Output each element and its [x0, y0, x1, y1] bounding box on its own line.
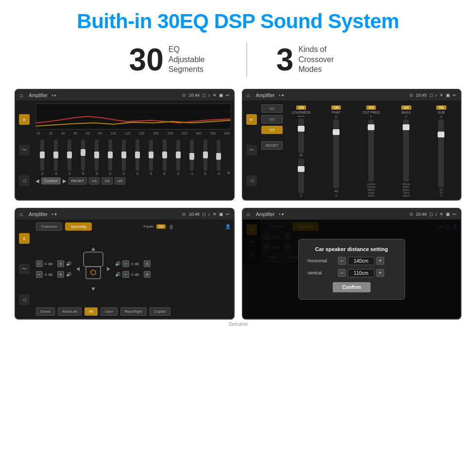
eq-slider-track[interactable]: [108, 139, 112, 171]
eq-slider-track[interactable]: [68, 139, 71, 171]
screen-specialty: ⌂ Amplifier ▪ ● ⊙ 10:46 ◻ ♪ ✕ ▣ ↩ ≡ 〜 ◁: [15, 208, 235, 320]
cutfreq-on[interactable]: ON: [366, 105, 376, 110]
reset-preset[interactable]: RESET: [261, 141, 283, 150]
eq-icon3[interactable]: ≡: [19, 233, 30, 244]
u1-btn[interactable]: U1: [89, 177, 100, 185]
loudness-on[interactable]: ON: [296, 105, 306, 110]
cutfreq-channel: ON CUT FREQ F 120Hz100Hz80Hz70Hz60Hz: [355, 105, 388, 197]
close-icon4[interactable]: ✕: [440, 212, 443, 217]
eq-icon2[interactable]: ≡: [246, 114, 257, 125]
vol-plus-bl[interactable]: +: [57, 271, 64, 278]
rear-left-btn[interactable]: RearLeft: [58, 307, 82, 316]
fader-on[interactable]: ON: [156, 224, 166, 229]
reset-btn[interactable]: RESET: [68, 177, 87, 185]
close-icon3[interactable]: ✕: [213, 212, 217, 217]
u2-btn[interactable]: U2: [102, 177, 112, 185]
vol-plus-tl[interactable]: +: [57, 260, 64, 267]
driver-btn[interactable]: Driver: [36, 307, 55, 316]
eq-slider-track[interactable]: [95, 139, 99, 171]
location-icon: ⊙: [182, 93, 186, 98]
eq-slider-track[interactable]: [217, 139, 221, 171]
eq-slider-track[interactable]: [40, 139, 44, 171]
scroll-right-icon[interactable]: »: [227, 170, 230, 175]
u3-preset[interactable]: U3: [261, 126, 283, 134]
eq-icon[interactable]: ≡: [19, 114, 30, 125]
prev-icon[interactable]: ◀: [35, 178, 39, 184]
home-icon4[interactable]: ⌂: [247, 211, 250, 218]
vol-minus-bl[interactable]: −: [36, 271, 43, 278]
copilot-btn[interactable]: Copilot: [150, 307, 170, 316]
eq-slider-track[interactable]: [54, 139, 58, 171]
u2-preset[interactable]: U2: [261, 115, 283, 123]
vol-minus-tl[interactable]: −: [36, 260, 43, 267]
screen2-sidebar: ≡ 〜 ◁: [243, 101, 260, 200]
back-icon2[interactable]: ↩: [453, 93, 457, 98]
vol-controls-left: − 0 dB + 🔊 − 0 dB + 🔊: [36, 260, 71, 278]
eq-slider-track[interactable]: [122, 139, 126, 171]
phat-slider[interactable]: [333, 119, 339, 188]
camera-icon4: ◻: [429, 212, 433, 217]
menu-icon3[interactable]: ▣: [219, 212, 223, 217]
u3-btn[interactable]: U3: [115, 177, 125, 185]
rear-right-btn[interactable]: RearRight: [120, 307, 147, 316]
bass-slider[interactable]: [403, 119, 409, 182]
eq-slider-track[interactable]: [136, 139, 139, 171]
horizontal-minus[interactable]: −: [338, 257, 346, 265]
screen2-content: ≡ 〜 ◁ U1 U2 U3 RESET: [243, 101, 461, 200]
back-icon4[interactable]: ↩: [453, 212, 457, 217]
vertical-minus[interactable]: −: [338, 269, 346, 277]
specialty-tab[interactable]: Specialty: [65, 222, 91, 231]
home-icon2[interactable]: ⌂: [247, 92, 250, 99]
screen2-icons: ⊙ 10:45 ◻ ♪ ✕ ▣ ↩: [409, 93, 457, 98]
menu-icon4[interactable]: ▣: [446, 212, 450, 217]
eq-slider-track[interactable]: [176, 139, 180, 171]
vol-icon3[interactable]: ◁: [19, 294, 30, 305]
custom-btn[interactable]: Custom: [41, 177, 61, 185]
user-btn[interactable]: User: [101, 307, 118, 316]
wave-icon[interactable]: 〜: [19, 145, 30, 155]
u1-preset[interactable]: U1: [261, 104, 283, 113]
vol-icon[interactable]: ◁: [19, 175, 30, 186]
menu-icon2[interactable]: ▣: [446, 93, 450, 98]
menu-icon[interactable]: ▣: [219, 93, 223, 98]
screen3-content: ≡ 〜 ◁ Common Specialty Fader ON ||| 👤: [16, 220, 234, 319]
close-icon[interactable]: ✕: [213, 93, 217, 98]
loudness-slider2[interactable]: [298, 159, 304, 193]
speaker-icon-br: 🔊: [115, 272, 120, 277]
confirm-button[interactable]: Confirm: [333, 282, 371, 292]
all-btn[interactable]: All: [85, 307, 98, 316]
sub-slider[interactable]: [438, 119, 444, 187]
vol-minus-tr[interactable]: −: [122, 260, 129, 267]
back-icon[interactable]: ↩: [226, 93, 230, 98]
eq-slider-track[interactable]: [163, 139, 167, 171]
screen1-sidebar: ≡ 〜 ◁: [16, 101, 33, 200]
wave-icon3[interactable]: 〜: [19, 264, 30, 274]
crossover-channels: ON LOUDNESS 64 0: [285, 103, 459, 197]
sub-label: SUB: [438, 111, 444, 114]
home-icon3[interactable]: ⌂: [19, 211, 23, 218]
cutfreq-slider[interactable]: [368, 119, 374, 182]
eq-slider-track[interactable]: [81, 139, 85, 171]
vol-plus-tr[interactable]: +: [144, 260, 151, 267]
vol-icon2[interactable]: ◁: [246, 175, 257, 186]
eq-number: 30: [129, 44, 164, 75]
back-icon3[interactable]: ↩: [226, 212, 230, 217]
wave-icon2[interactable]: 〜: [246, 145, 257, 155]
next-icon[interactable]: ▶: [63, 178, 67, 184]
loudness-slider1[interactable]: [298, 118, 304, 153]
horizontal-plus[interactable]: +: [376, 257, 384, 265]
sub-on[interactable]: ON: [436, 105, 446, 110]
vol-minus-br[interactable]: −: [122, 271, 129, 278]
bass-on[interactable]: ON: [401, 105, 411, 110]
vertical-plus[interactable]: +: [376, 269, 384, 277]
vol-plus-br[interactable]: +: [144, 271, 151, 278]
eq-slider-track[interactable]: [204, 139, 207, 171]
close-icon2[interactable]: ✕: [440, 93, 443, 98]
screen3-icons: ⊙ 10:46 ◻ ♪ ✕ ▣ ↩: [182, 212, 229, 217]
eq-slider-track[interactable]: [149, 139, 153, 171]
eq-label: EQ Adjustable Segments: [169, 45, 217, 75]
common-tab[interactable]: Common: [36, 222, 62, 231]
phat-on[interactable]: ON: [331, 105, 341, 110]
eq-slider-track[interactable]: [190, 139, 194, 171]
home-icon[interactable]: ⌂: [19, 92, 23, 99]
